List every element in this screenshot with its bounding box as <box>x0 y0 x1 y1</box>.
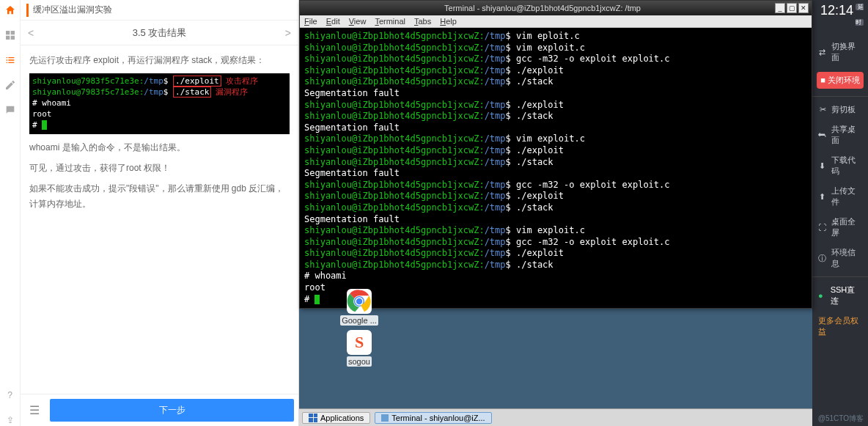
instruction-line: 先运行攻击程序 exploit，再运行漏洞程序 stack，观察结果： <box>29 53 290 67</box>
instruction-line: whoami 是输入的命令，不是输出结果。 <box>29 140 290 155</box>
list-icon[interactable] <box>4 54 16 66</box>
left-rail: ? ⇪ <box>0 0 21 426</box>
panel-footer: ☰ 下一步 <box>21 394 298 426</box>
terminal-window[interactable]: Terminal - shiyanlou@iZbp1bhot4d5gpncb1j… <box>299 0 812 309</box>
terminal-output[interactable]: shiyanlou@iZbp1bhot4d5gpncb1jxcwZ:/tmp$ … <box>300 28 812 308</box>
toc-icon[interactable]: ☰ <box>25 403 44 417</box>
chrome-desktop-icon[interactable]: Google ... <box>336 289 383 327</box>
sogou-icon: S <box>347 330 372 355</box>
more-privileges-link[interactable]: 更多会员权益 <box>812 311 868 342</box>
close-button[interactable]: ✕ <box>798 3 809 13</box>
menu-tabs[interactable]: Tabs <box>414 17 431 26</box>
help-icon[interactable]: ? <box>4 389 16 401</box>
sidebar-item-5[interactable]: ⓘ环境信息 <box>812 243 868 273</box>
sidebar-item-0[interactable]: ✂剪切板 <box>812 100 868 120</box>
applications-menu-button[interactable]: Applications <box>302 412 370 424</box>
next-step-button[interactable]: 下一步 <box>50 399 294 422</box>
sidebar-item-1[interactable]: ⮪共享桌面 <box>812 120 868 150</box>
svg-point-3 <box>356 298 363 305</box>
menu-file[interactable]: File <box>304 17 317 26</box>
minimize-button[interactable]: _ <box>775 3 785 13</box>
sidebar-item-3[interactable]: ⬆上传文件 <box>812 181 868 212</box>
home-icon[interactable] <box>4 4 16 16</box>
menu-view[interactable]: View <box>349 17 367 26</box>
menu-edit[interactable]: Edit <box>326 17 340 26</box>
chrome-icon <box>347 289 372 314</box>
window-titlebar[interactable]: Terminal - shiyanlou@iZbp1bhot4d5gpncb1j… <box>300 1 812 15</box>
sogou-label: sogou <box>347 356 372 367</box>
example-terminal: shiyanlou@7983f5c71e3e:/tmp$ ./exploit攻击… <box>29 73 290 133</box>
section-title: 3.5 攻击结果 <box>133 26 187 40</box>
instruction-line: 可见，通过攻击，获得了root 权限！ <box>29 161 290 175</box>
remote-desktop[interactable]: Terminal - shiyanlou@iZbp1bhot4d5gpncb1j… <box>299 0 812 426</box>
ssh-status[interactable]: SSH直连 <box>812 280 868 311</box>
menu-terminal[interactable]: Terminal <box>375 17 405 26</box>
close-env-button[interactable]: ■ 关闭环境 <box>817 72 864 89</box>
panel-header: 缓冲区溢出漏洞实验 <box>21 0 298 21</box>
instruction-panel: 缓冲区溢出漏洞实验 < 3.5 攻击结果 > 先运行攻击程序 exploit，再… <box>21 0 299 426</box>
maximize-button[interactable]: ▢ <box>787 3 797 13</box>
share-icon[interactable]: ⇪ <box>4 414 16 426</box>
instruction-line: 如果不能攻击成功，提示"段错误"，那么请重新使用 gdb 反汇编，计算内存地址。 <box>29 181 290 211</box>
chrome-label: Google ... <box>340 315 378 326</box>
prev-section-button[interactable]: < <box>28 27 34 39</box>
taskbar-terminal-button[interactable]: Terminal - shiyanlou@iZ... <box>375 412 491 424</box>
taskbar[interactable]: Applications Terminal - shiyanlou@iZ... <box>299 408 812 426</box>
watermark: @51CTO博客 <box>818 414 864 424</box>
instruction-content: 先运行攻击程序 exploit，再运行漏洞程序 stack，观察结果： shiy… <box>21 45 298 394</box>
window-title: Terminal - shiyanlou@iZbp1bhot4d5gpncb1j… <box>312 4 773 12</box>
session-clock: 12:14延时 <box>812 0 868 37</box>
next-section-button[interactable]: > <box>285 27 291 39</box>
terminal-menubar: FileEditViewTerminalTabsHelp <box>300 15 812 28</box>
chat-icon[interactable] <box>4 104 16 116</box>
sogou-desktop-icon[interactable]: S sogou <box>336 330 383 368</box>
panel-title: 缓冲区溢出漏洞实验 <box>33 4 293 16</box>
grid-icon[interactable] <box>4 29 16 41</box>
section-nav: < 3.5 攻击结果 > <box>21 21 298 45</box>
edit-icon[interactable] <box>4 79 16 91</box>
sidebar-item-4[interactable]: ⛶桌面全屏 <box>812 212 868 243</box>
menu-help[interactable]: Help <box>440 17 457 26</box>
sidebar-item-2[interactable]: ⬇下载代码 <box>812 150 868 181</box>
switch-ui-button[interactable]: ⇄切换界面 <box>812 37 868 67</box>
right-sidebar: 12:14延时 ⇄切换界面 ■ 关闭环境 ✂剪切板⮪共享桌面⬇下载代码⬆上传文件… <box>812 0 868 426</box>
